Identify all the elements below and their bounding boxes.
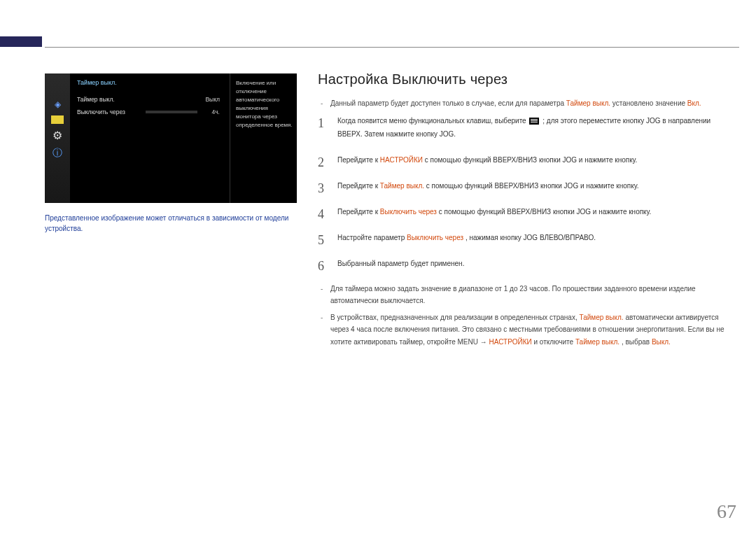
text: и отключите — [533, 338, 575, 346]
osd-icon-column: ◈ ⚙ ⓘ — [45, 73, 70, 203]
osd-description: Включение или отключение автоматического… — [230, 73, 297, 203]
footnotes: Для таймера можно задать значение в диап… — [318, 283, 729, 349]
osd-row-value: 4ч. — [202, 108, 220, 115]
menu-icon — [529, 118, 539, 125]
intro-note-item: Данный параметр будет доступен только в … — [330, 97, 729, 110]
right-column: Настройка Выключить через Данный парамет… — [318, 71, 729, 352]
highlight: Таймер выкл. — [380, 182, 424, 190]
target-icon: ◈ — [49, 97, 66, 111]
monitor-icon — [49, 79, 66, 93]
highlight: Вкл. — [687, 99, 701, 107]
text: Перейдите к — [337, 208, 380, 216]
text: , выбрав — [622, 338, 652, 346]
step-4: Перейдите к Выключить через с помощью фу… — [318, 205, 729, 218]
step-5: Настройте параметр Выключить через , наж… — [318, 231, 729, 244]
highlight: Таймер выкл. — [575, 338, 620, 346]
highlight: Выключить через — [407, 234, 463, 241]
text: В устройствах, предназначенных для реали… — [330, 314, 579, 321]
osd-section-title: Таймер выкл. — [77, 79, 225, 86]
footnote-2: В устройствах, предназначенных для реали… — [330, 311, 729, 349]
osd-main-panel: Таймер выкл. Таймер выкл. Выкл Выключить… — [70, 73, 230, 203]
page-number: 67 — [717, 500, 736, 523]
highlight: НАСТРОЙКИ — [489, 338, 532, 346]
highlight: Таймер выкл. — [566, 99, 610, 107]
footnote-1: Для таймера можно задать значение в диап… — [330, 283, 729, 307]
osd-row-value: Выкл — [202, 96, 220, 103]
gear-icon: ⚙ — [49, 128, 66, 142]
text: Когда появится меню функциональных клави… — [337, 117, 528, 125]
highlight: Выключить через — [380, 208, 437, 216]
header-divider — [45, 47, 739, 48]
text: Данный параметр будет доступен только в … — [330, 99, 566, 107]
highlight: Таймер выкл. — [579, 314, 623, 321]
step-1: Когда появится меню функциональных клави… — [318, 114, 729, 141]
text: Выбранный параметр будет применен. — [337, 260, 464, 267]
left-column: ◈ ⚙ ⓘ Таймер выкл. Таймер выкл. Выкл Вык… — [45, 73, 297, 234]
osd-screenshot: ◈ ⚙ ⓘ Таймер выкл. Таймер выкл. Выкл Вык… — [45, 73, 297, 203]
resize-icon — [51, 115, 64, 124]
step-6: Выбранный параметр будет применен. — [318, 257, 729, 270]
step-2: Перейдите к НАСТРОЙКИ с помощью функций … — [318, 153, 729, 167]
text: , нажимая кнопку JOG ВЛЕВО/ВПРАВО. — [465, 234, 596, 241]
text: Настройте параметр — [337, 234, 407, 241]
page-title: Настройка Выключить через — [318, 71, 729, 87]
steps-list: Когда появится меню функциональных клави… — [318, 114, 729, 270]
info-icon: ⓘ — [49, 146, 66, 160]
osd-row-label: Таймер выкл. — [77, 96, 115, 103]
text: Перейдите к — [337, 182, 380, 190]
text: с помощью функций ВВЕРХ/ВНИЗ кнопки JOG … — [425, 156, 638, 164]
highlight: Выкл. — [652, 338, 671, 346]
text: установлено значение — [612, 99, 687, 107]
chapter-color-tab — [0, 36, 42, 47]
osd-row-turn-off-after: Выключить через 4ч. — [77, 106, 225, 118]
text: с помощью функций ВВЕРХ/ВНИЗ кнопки JOG … — [439, 208, 652, 216]
step-3: Перейдите к Таймер выкл. с помощью функц… — [318, 179, 729, 192]
osd-slider — [146, 111, 197, 113]
osd-row-off-timer: Таймер выкл. Выкл — [77, 93, 225, 106]
image-disclaimer: Представленное изображение может отличат… — [45, 213, 297, 234]
text: Перейдите к — [337, 156, 380, 164]
intro-note: Данный параметр будет доступен только в … — [318, 97, 729, 110]
osd-row-label: Выключить через — [77, 108, 125, 115]
text: с помощью функций ВВЕРХ/ВНИЗ кнопки JOG … — [426, 182, 639, 190]
highlight: НАСТРОЙКИ — [380, 156, 423, 164]
